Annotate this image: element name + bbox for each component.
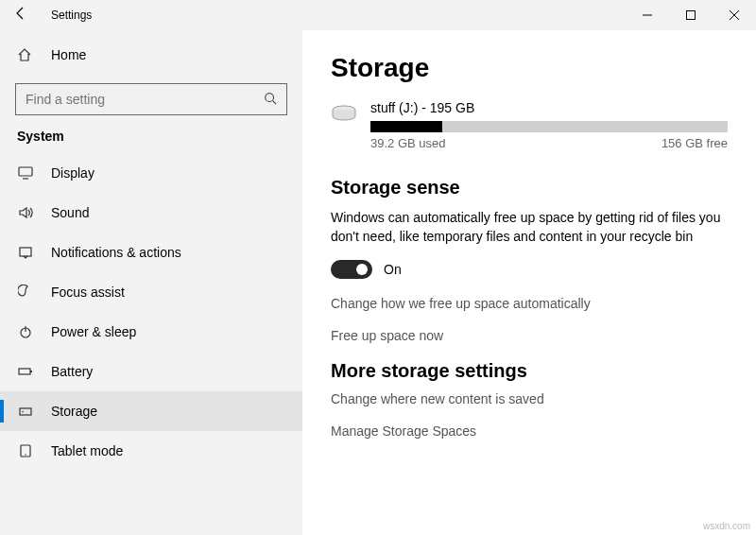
storage-sense-description: Windows can automatically free up space … — [331, 208, 728, 247]
link-new-content-location[interactable]: Change where new content is saved — [331, 391, 728, 406]
sidebar-item-label: Focus assist — [51, 285, 125, 300]
search-input[interactable] — [26, 92, 264, 107]
content-pane: Storage stuff (J:) - 195 GB 39.2 GB used… — [302, 30, 756, 535]
titlebar: Settings — [0, 0, 756, 30]
sidebar-nav: DisplaySoundNotifications & actionsFocus… — [0, 153, 302, 535]
minimize-button[interactable] — [626, 0, 669, 30]
sidebar-item-label: Power & sleep — [51, 324, 136, 339]
storage-sense-toggle[interactable] — [331, 260, 372, 279]
sidebar-item-display[interactable]: Display — [0, 153, 302, 193]
drive-used-label: 39.2 GB used — [370, 136, 446, 150]
svg-rect-13 — [20, 408, 31, 415]
svg-rect-8 — [20, 248, 31, 256]
svg-rect-6 — [19, 167, 32, 176]
sidebar-item-label: Notifications & actions — [51, 245, 181, 260]
tablet-icon — [17, 443, 34, 458]
sound-icon — [17, 205, 34, 220]
home-icon — [17, 47, 34, 62]
sidebar-item-tablet[interactable]: Tablet mode — [0, 431, 302, 471]
svg-line-5 — [273, 100, 277, 104]
sidebar-item-battery[interactable]: Battery — [0, 352, 302, 391]
sidebar-section-label: System — [0, 129, 302, 153]
sidebar-item-notif[interactable]: Notifications & actions — [0, 233, 302, 272]
watermark: wsxdn.com — [703, 521, 750, 531]
svg-point-16 — [25, 454, 26, 455]
battery-icon — [17, 364, 34, 379]
storage-icon — [17, 404, 34, 419]
sidebar-item-storage[interactable]: Storage — [0, 391, 302, 431]
svg-rect-12 — [30, 371, 32, 372]
sidebar-item-label: Storage — [51, 404, 97, 419]
page-title: Storage — [331, 53, 728, 83]
sidebar-home-label: Home — [51, 47, 86, 62]
focus-icon — [17, 285, 34, 300]
storage-sense-heading: Storage sense — [331, 177, 728, 198]
window-title: Settings — [51, 9, 92, 22]
maximize-button[interactable] — [669, 0, 713, 30]
drive-icon — [331, 104, 357, 123]
svg-point-14 — [22, 411, 24, 413]
sidebar: Home System DisplaySoundNotifications & … — [0, 30, 302, 535]
sidebar-item-label: Battery — [51, 364, 93, 379]
display-icon — [17, 165, 34, 181]
back-button[interactable] — [13, 6, 34, 25]
search-box[interactable] — [15, 83, 287, 115]
notif-icon — [17, 245, 34, 260]
power-icon — [17, 324, 34, 339]
sidebar-item-focus[interactable]: Focus assist — [0, 272, 302, 312]
link-free-up-now[interactable]: Free up space now — [331, 328, 728, 343]
drive-usage-bar — [370, 121, 728, 132]
drive-free-label: 156 GB free — [662, 136, 728, 150]
drive-row[interactable]: stuff (J:) - 195 GB 39.2 GB used 156 GB … — [331, 100, 728, 150]
sidebar-item-sound[interactable]: Sound — [0, 193, 302, 233]
link-manage-storage-spaces[interactable]: Manage Storage Spaces — [331, 423, 728, 439]
close-button[interactable] — [713, 0, 756, 30]
svg-point-4 — [266, 93, 274, 101]
sidebar-item-power[interactable]: Power & sleep — [0, 312, 302, 352]
sidebar-home[interactable]: Home — [0, 36, 302, 74]
link-configure-sense[interactable]: Change how we free up space automaticall… — [331, 296, 728, 311]
sidebar-item-label: Display — [51, 165, 94, 181]
storage-sense-toggle-label: On — [384, 262, 402, 277]
sidebar-item-label: Tablet mode — [51, 443, 123, 458]
sidebar-item-label: Sound — [51, 205, 89, 220]
svg-rect-1 — [687, 11, 696, 20]
search-icon — [264, 92, 277, 108]
svg-rect-11 — [19, 369, 30, 374]
more-storage-heading: More storage settings — [331, 360, 728, 382]
drive-title: stuff (J:) - 195 GB — [370, 100, 728, 115]
